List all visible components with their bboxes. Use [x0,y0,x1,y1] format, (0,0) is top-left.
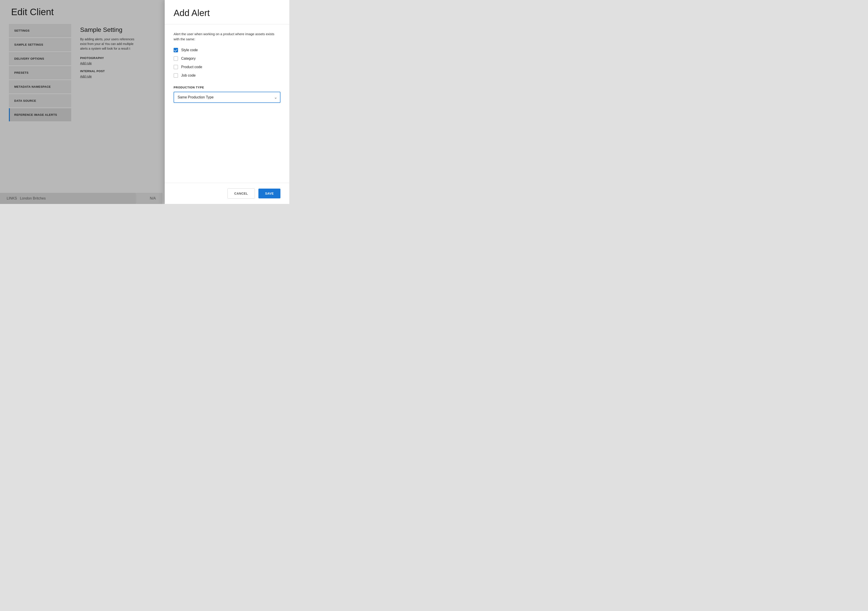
checkbox-job-code[interactable] [174,73,178,78]
checkbox-style-code[interactable] [174,48,178,52]
production-type-section: PRODUCTION TYPE Same Production Type ⌄ [174,86,281,103]
checkbox-label-category: Category [181,56,195,61]
production-type-label: PRODUCTION TYPE [174,86,281,89]
production-type-selected-value: Same Production Type [178,95,214,99]
checkbox-category[interactable] [174,56,178,61]
checkbox-group: Style code Category Product code Job cod… [174,48,281,78]
modal-title: Add Alert [174,8,281,18]
cancel-button[interactable]: CANCEL [228,188,255,199]
modal-header: Add Alert [165,0,289,25]
checkbox-item-product-code[interactable]: Product code [174,65,281,69]
modal-panel: Add Alert Alert the user when working on… [165,0,289,204]
production-type-select[interactable]: Same Production Type [174,92,281,103]
modal-overlay: Add Alert Alert the user when working on… [0,0,289,204]
checkbox-item-job-code[interactable]: Job code [174,73,281,78]
modal-body: Alert the user when working on a product… [165,25,289,183]
modal-description: Alert the user when working on a product… [174,32,281,42]
checkbox-label-style-code: Style code [181,48,198,52]
checkbox-item-category[interactable]: Category [174,56,281,61]
production-type-select-wrapper: Same Production Type ⌄ [174,92,281,103]
checkbox-item-style-code[interactable]: Style code [174,48,281,52]
checkbox-product-code[interactable] [174,65,178,69]
save-button[interactable]: SAVE [259,189,281,198]
checkbox-label-product-code: Product code [181,65,202,69]
checkbox-label-job-code: Job code [181,73,195,78]
modal-footer: CANCEL SAVE [165,183,289,204]
